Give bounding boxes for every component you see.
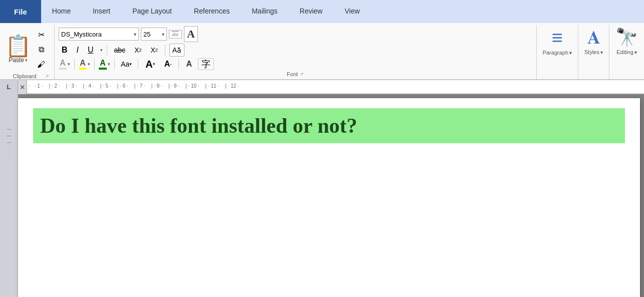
- margin-mark-1: [7, 129, 11, 130]
- paragraph-expand-icon[interactable]: ▾: [569, 50, 572, 56]
- font-expand-icon[interactable]: ↗: [300, 72, 304, 77]
- ruler-11: | · 11 ·: [202, 80, 223, 93]
- ruler-5: | · 5 ·: [97, 80, 114, 93]
- tab-references[interactable]: References: [183, 0, 241, 23]
- paragraph-icon[interactable]: ≡: [552, 27, 563, 49]
- editing-icon[interactable]: 🔭: [615, 27, 638, 48]
- underline-button[interactable]: U: [85, 44, 97, 56]
- paragraph-section: ≡ Paragraph ▾: [537, 25, 578, 79]
- separator6: [138, 59, 138, 70]
- ruler-bar: L ✕ · · 1 · | · 2 · | · 3 · | · 4 · | · …: [0, 80, 644, 94]
- document-page[interactable]: Do I have this font installed or not?: [18, 98, 640, 297]
- yellow-color-bar: [79, 68, 87, 70]
- clipboard-expand-icon[interactable]: ↗: [45, 74, 49, 79]
- styles-icon[interactable]: 𝐀: [587, 27, 600, 48]
- grow-font-button[interactable]: A+: [142, 58, 158, 70]
- font-color-arrow[interactable]: ▾: [108, 62, 110, 67]
- document-area: · · · Do I have this font installed or n…: [0, 94, 644, 297]
- ruler-L-button[interactable]: L: [0, 80, 18, 94]
- tab-file[interactable]: File: [0, 0, 41, 23]
- superscript-button[interactable]: X2: [148, 44, 161, 56]
- yellow-arrow[interactable]: ▾: [88, 62, 90, 67]
- ruler-left-margin[interactable]: ✕: [18, 80, 27, 94]
- font-size-dropdown[interactable]: 25 ▾: [141, 28, 167, 41]
- tab-page-layout[interactable]: Page Layout: [121, 0, 183, 23]
- clipboard-side-icons: ✂ ⧉ 🖌: [33, 26, 49, 73]
- editing-section: 🔭 Editing ▾: [609, 25, 644, 79]
- styles-expand-icon[interactable]: ▾: [600, 50, 603, 55]
- document-text[interactable]: Do I have this font installed or not?: [40, 113, 618, 138]
- cut-button[interactable]: ✂: [33, 28, 49, 41]
- highlight-arrow[interactable]: ▾: [68, 62, 70, 67]
- tab-bar: File Home Insert Page Layout References …: [0, 0, 644, 23]
- ruler-12: | · 12 ·: [222, 80, 242, 93]
- separator5: [114, 59, 115, 70]
- separator3: [74, 59, 75, 70]
- styles-section: 𝐀 Styles ▾: [578, 25, 609, 79]
- ruler-dot: ·: [28, 80, 32, 93]
- margin-mark-2: [7, 136, 11, 136]
- change-case-button[interactable]: Aa▾: [119, 58, 134, 70]
- separator1: [107, 45, 107, 56]
- bold-button[interactable]: B: [59, 44, 71, 56]
- clear-format-button[interactable]: Aǎ: [169, 44, 184, 57]
- asian-char-button[interactable]: 字: [198, 58, 214, 70]
- ruler-side-marks: · · ·: [7, 148, 12, 154]
- abc-button[interactable]: abc: [169, 30, 182, 39]
- italic-button[interactable]: I: [74, 44, 82, 56]
- font-color-bar: [99, 68, 107, 70]
- paste-dropdown-arrow[interactable]: ▾: [25, 58, 28, 63]
- ruler-2: | · 2 ·: [46, 80, 63, 93]
- ruler-crosshair: ✕: [20, 83, 26, 91]
- ruler-9: | · 9 ·: [165, 80, 182, 93]
- font-color-button[interactable]: A ▾: [99, 59, 110, 70]
- tab-insert[interactable]: Insert: [82, 0, 121, 23]
- margin-mark-3: [7, 142, 11, 143]
- ruler-10: | · 10 ·: [182, 80, 202, 93]
- paragraph-label: Paragraph: [543, 50, 568, 56]
- text-highlight-button[interactable]: A ▾: [59, 59, 70, 70]
- tab-mailings[interactable]: Mailings: [241, 0, 288, 23]
- highlight-A-letter: A: [60, 59, 66, 68]
- separator4: [94, 59, 95, 70]
- tab-home[interactable]: Home: [41, 0, 82, 23]
- paste-button[interactable]: 📋 Paste ▾: [5, 36, 31, 64]
- separator7: [178, 59, 179, 70]
- ruler-8: | · 8 ·: [148, 80, 165, 93]
- font-section: DS_Mysticora ▾ 25 ▾ abc A B I U ▾: [55, 25, 537, 79]
- ruler-1: · 1 ·: [32, 80, 46, 93]
- font-label: Font: [287, 71, 298, 77]
- text-highlight-box: Do I have this font installed or not?: [33, 108, 625, 143]
- editing-expand-icon[interactable]: ▾: [634, 50, 637, 55]
- copy-button[interactable]: ⧉: [33, 43, 49, 56]
- clear-format-icon: Aǎ: [172, 46, 181, 54]
- ruler-3: | · 3 ·: [63, 80, 80, 93]
- strikethrough-button[interactable]: abc: [111, 44, 129, 56]
- ruler-7: | · 7 ·: [131, 80, 148, 93]
- text-highlight-group: A ▾: [59, 59, 70, 70]
- shrink-font-button[interactable]: A-: [161, 58, 175, 70]
- editing-label: Editing: [616, 49, 633, 55]
- yellow-A-letter: A: [80, 59, 86, 68]
- format-painter-button[interactable]: 🖌: [33, 58, 49, 71]
- yellow-highlight-button[interactable]: A ▾: [79, 59, 90, 70]
- ribbon: 📋 Paste ▾ ✂ ⧉ 🖌 Clipboard ↗ DS_Mysticora…: [0, 23, 644, 80]
- font-A-button[interactable]: A: [184, 26, 198, 42]
- subscript-button[interactable]: X2: [131, 44, 144, 56]
- font-color-A-letter: A: [100, 59, 106, 68]
- font-name-value: DS_Mysticora: [61, 31, 102, 38]
- styles-label: Styles: [584, 49, 599, 55]
- clipboard-label: Clipboard: [5, 73, 44, 79]
- font-size-controls: abc A: [169, 26, 198, 42]
- underline-arrow[interactable]: ▾: [100, 48, 103, 53]
- tab-view[interactable]: View: [334, 0, 371, 23]
- paste-label: Paste: [9, 57, 24, 64]
- tab-review[interactable]: Review: [289, 0, 334, 23]
- text-effects-button[interactable]: A: [183, 58, 195, 70]
- separator2: [165, 45, 165, 56]
- highlight-color-bar: [59, 68, 67, 70]
- ruler-4: | · 4 ·: [80, 80, 97, 93]
- ruler-6: | · 6 ·: [114, 80, 131, 93]
- font-name-dropdown[interactable]: DS_Mysticora ▾: [59, 28, 139, 41]
- yellow-highlight-group: A ▾: [79, 59, 90, 70]
